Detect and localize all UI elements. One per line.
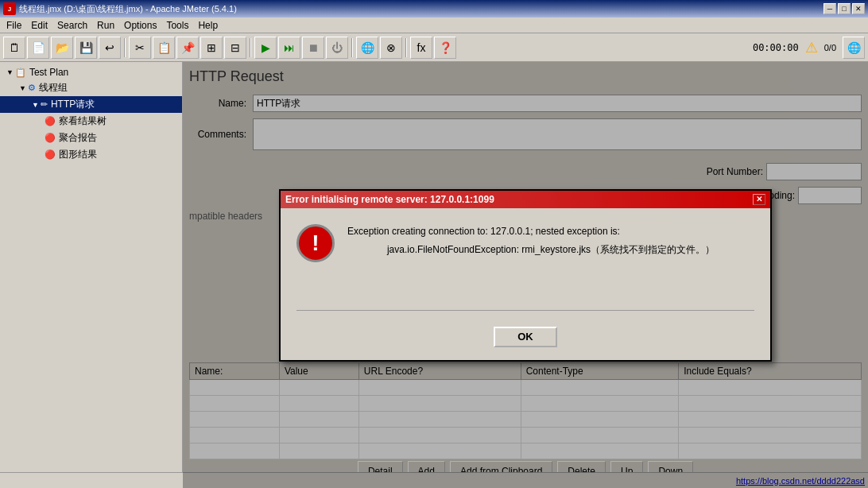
right-panel: HTTP Request Name: Comments: Port Number…: [183, 62, 868, 488]
toolbar-open-btn[interactable]: 📂: [51, 37, 73, 59]
main-layout: ▼ 📋 Test Plan ▼ ⚙ 线程组 ▼ ✏ HTTP请求 🔴 察看结果树…: [0, 62, 868, 488]
toolbar-shutdown-btn[interactable]: ⏻: [326, 37, 348, 59]
toolbar-start-no-pauses-btn[interactable]: ⏭: [278, 37, 300, 59]
tree-label-http-request: HTTP请求: [51, 98, 95, 111]
toolbar-save-btn[interactable]: 💾: [75, 37, 97, 59]
toolbar-remote-btn[interactable]: 🌐: [356, 37, 378, 59]
toolbar-clear-btn[interactable]: 🌐: [843, 37, 865, 59]
warning-icon: ⚠: [805, 39, 818, 56]
modal-body: ! Exception creating connection to: 127.…: [281, 208, 770, 304]
modal-close-button[interactable]: ✕: [753, 194, 765, 205]
modal-separator: [296, 310, 754, 311]
minimize-button[interactable]: ─: [823, 3, 836, 14]
modal-error-icon: !: [296, 224, 335, 262]
toolbar-stop-btn[interactable]: ⏹: [302, 37, 324, 59]
window-title: 线程组.jmx (D:\桌面\线程组.jmx) - Apache JMeter …: [19, 3, 237, 15]
aggregate-report-icon: 🔴: [45, 133, 56, 143]
menu-search[interactable]: Search: [52, 18, 92, 33]
modal-text: Exception creating connection to: 127.0.…: [347, 224, 754, 258]
modal-overlay: Error initialising remote server: 127.0.…: [183, 62, 868, 488]
toolbar-start-btn[interactable]: ▶: [254, 37, 277, 59]
elapsed-time: 00:00:00: [753, 42, 799, 53]
tree-label-graph-results: 图形结果: [59, 148, 97, 161]
toolbar-collapse-btn[interactable]: ⊟: [224, 37, 246, 59]
toolbar-paste-btn[interactable]: 📌: [176, 37, 199, 59]
tree-item-view-results[interactable]: 🔴 察看结果树: [0, 113, 182, 130]
left-panel: ▼ 📋 Test Plan ▼ ⚙ 线程组 ▼ ✏ HTTP请求 🔴 察看结果树…: [0, 62, 183, 488]
toolbar-revert-btn[interactable]: ↩: [99, 37, 121, 59]
toolbar-template-btn[interactable]: 📄: [27, 37, 49, 59]
tree-item-test-plan[interactable]: ▼ 📋 Test Plan: [0, 65, 182, 79]
title-bar-controls[interactable]: ─ □ ✕: [823, 3, 865, 14]
menu-file[interactable]: File: [2, 18, 26, 33]
tree-label-thread-group: 线程组: [39, 81, 68, 95]
toolbar-expand-btn[interactable]: ⊞: [200, 37, 223, 59]
title-bar: J 线程组.jmx (D:\桌面\线程组.jmx) - Apache JMete…: [0, 0, 868, 17]
tree-item-http-request[interactable]: ▼ ✏ HTTP请求: [0, 96, 182, 113]
toolbar-sep-2: [250, 38, 251, 57]
toolbar-function-btn[interactable]: fx: [410, 37, 432, 59]
thread-counter: 0/0: [824, 43, 836, 52]
expand-arrow-test-plan: ▼: [6, 68, 14, 76]
tree-item-graph-results[interactable]: 🔴 图形结果: [0, 146, 182, 163]
tree-label-view-results: 察看结果树: [59, 114, 107, 128]
app-icon: J: [3, 2, 16, 15]
toolbar-help-btn[interactable]: ❓: [434, 37, 456, 59]
modal-title: Error initialising remote server: 127.0.…: [285, 194, 494, 205]
title-bar-left: J 线程组.jmx (D:\桌面\线程组.jmx) - Apache JMete…: [3, 2, 237, 15]
http-request-icon: ✏: [41, 99, 48, 110]
tree-label-test-plan: Test Plan: [29, 67, 68, 78]
menu-bar: File Edit Search Run Options Tools Help: [0, 17, 868, 33]
toolbar-copy-btn[interactable]: 📋: [153, 37, 175, 59]
modal-message-main: Exception creating connection to: 127.0.…: [347, 224, 754, 239]
tree-item-thread-group[interactable]: ▼ ⚙ 线程组: [0, 79, 182, 96]
modal-footer: OK: [281, 317, 770, 360]
toolbar-remote-stop-btn[interactable]: ⊗: [380, 37, 402, 59]
view-results-icon: 🔴: [45, 116, 56, 126]
toolbar-sep-4: [405, 38, 407, 57]
toolbar: 🗒 📄 📂 💾 ↩ ✂ 📋 📌 ⊞ ⊟ ▶ ⏭ ⏹ ⏻ 🌐 ⊗ fx ❓ 00:…: [0, 33, 868, 62]
toolbar-new-btn[interactable]: 🗒: [3, 37, 25, 59]
menu-help[interactable]: Help: [193, 18, 223, 33]
toolbar-cut-btn[interactable]: ✂: [129, 37, 151, 59]
tree-item-aggregate-report[interactable]: 🔴 聚合报告: [0, 130, 182, 146]
expand-arrow-thread-group: ▼: [19, 84, 26, 92]
expand-arrow-http: ▼: [32, 101, 39, 109]
maximize-button[interactable]: □: [838, 3, 851, 14]
modal-dialog: Error initialising remote server: 127.0.…: [279, 189, 772, 362]
thread-group-icon: ⚙: [28, 83, 36, 93]
modal-titlebar: Error initialising remote server: 127.0.…: [281, 191, 770, 208]
menu-options[interactable]: Options: [119, 18, 161, 33]
graph-results-icon: 🔴: [45, 149, 56, 160]
close-button[interactable]: ✕: [852, 3, 865, 14]
modal-ok-button[interactable]: OK: [494, 327, 557, 347]
menu-run[interactable]: Run: [92, 18, 119, 33]
test-plan-icon: 📋: [15, 68, 26, 78]
menu-tools[interactable]: Tools: [161, 18, 193, 33]
modal-message-sub: java.io.FileNotFoundException: rmi_keyst…: [347, 242, 754, 258]
toolbar-sep-1: [124, 38, 126, 57]
toolbar-right: 00:00:00 ⚠ 0/0 🌐: [753, 37, 865, 59]
toolbar-sep-3: [351, 38, 353, 57]
tree-label-aggregate-report: 聚合报告: [59, 131, 97, 145]
menu-edit[interactable]: Edit: [26, 18, 52, 33]
